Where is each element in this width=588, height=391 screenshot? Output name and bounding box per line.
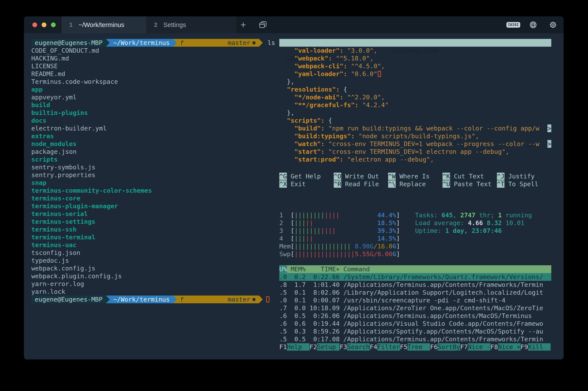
powerline-arrow — [106, 39, 110, 47]
nano-shortcut[interactable]: ^G Get Help — [279, 172, 334, 180]
htop-table-header[interactable]: U% MEM% TIME+ Command — [279, 265, 551, 273]
settings-button[interactable] — [547, 16, 560, 33]
file-item: README.md — [31, 70, 273, 78]
close-button[interactable] — [32, 22, 37, 27]
file-item: electron-builder.yml — [31, 124, 273, 132]
nano-line: "start:prod": "electron app --debug", — [279, 156, 551, 163]
nano-shortcut[interactable]: ^U Paste Text — [442, 180, 497, 188]
htop-fkey-f8[interactable]: F8Nice + — [490, 343, 521, 351]
htop-fkey-f6[interactable]: F6SortBy — [430, 343, 460, 351]
powerline-arrow — [259, 39, 263, 47]
tab-work-terminus[interactable]: 1 ~/Work/terminus — [62, 16, 146, 33]
terminal-content: eugene@Eugenes-MBP ~/Work/terminus maste… — [24, 33, 564, 360]
process-row[interactable]: .7 0.0 10:18.09 /Applications/ZeroTier O… — [279, 304, 551, 312]
prompt-user-segment: eugene@Eugenes-MBP — [31, 295, 106, 303]
nano-title-bar: package.json GNU nano 4.5 — [279, 39, 551, 47]
prompt-git-segment: master — [177, 39, 259, 47]
process-row[interactable]: .5 0.3 8:59.26 /Applications/Spotify.app… — [279, 327, 551, 335]
nano-shortcut[interactable]: ^R Read File — [334, 180, 388, 188]
ls-output: CODE_OF_CONDUCT.mdHACKING.mdLICENSEREADM… — [31, 47, 273, 295]
git-branch-icon — [180, 281, 225, 318]
file-item: appveyor.yml — [31, 93, 273, 101]
htop-info-line: Uptime: 1 day, 23:07:46 — [415, 227, 532, 235]
file-item: yarn.lock — [31, 288, 273, 295]
nano-shortcut[interactable]: ^O Write Out — [334, 172, 388, 180]
file-item: node_modules — [31, 140, 273, 148]
tab-number: 1 — [69, 22, 73, 28]
htop-fkey-f5[interactable]: F5Tree — [400, 343, 430, 351]
htop-tasks-info: Tasks: 645, 2747 thr; 1 runningLoad aver… — [415, 211, 532, 235]
nano-line: "build": "npm run build:typings && webpa… — [279, 124, 551, 132]
terminal-pane-right[interactable]: package.json GNU nano 4.5 "val-loader": … — [279, 39, 551, 351]
powerline-arrow — [259, 295, 263, 303]
shell-selector-button[interactable]: IOIOI — [507, 16, 520, 33]
process-row[interactable]: .5 0.1 8:02.06 /Library/Application Supp… — [279, 289, 551, 296]
process-row[interactable]: .0 0.1 0:00.07 /usr/sbin/screencapture -… — [279, 296, 551, 304]
git-dirty-dot — [252, 41, 256, 44]
htop-fkey-f3[interactable]: F3Search — [340, 343, 370, 351]
nano-shortcuts-row2: ^X Exit^R Read File^\ Replace^U Paste Te… — [279, 180, 551, 188]
file-item: Terminus.code-workspace — [31, 78, 273, 86]
gear-icon — [549, 20, 557, 29]
file-item: webpack.config.js — [31, 264, 273, 272]
file-item: CODE_OF_CONDUCT.md — [31, 47, 273, 54]
file-item: extras — [31, 132, 273, 140]
sort-column-header[interactable]: U% — [279, 266, 287, 273]
duplicate-tab-button[interactable] — [256, 16, 269, 33]
nano-cursor — [378, 71, 381, 77]
prompt-git-segment: master — [177, 295, 259, 303]
zoom-button[interactable] — [51, 22, 56, 27]
shell-prompt-bottom: eugene@Eugenes-MBP ~/Work/terminus maste… — [31, 295, 273, 303]
prompt-user-segment: eugene@Eugenes-MBP — [31, 39, 106, 47]
connections-button[interactable] — [527, 16, 540, 33]
nano-line: }, — [279, 109, 551, 117]
htop-fkey-f2[interactable]: F2Setup — [309, 343, 340, 351]
file-item: terminus-core — [31, 195, 273, 202]
nano-shortcuts-row1: ^G Get Help^O Write Out^W Where Is^K Cut… — [279, 172, 551, 180]
powerline-arrow — [106, 295, 110, 303]
nano-line: "resolutions": { — [279, 86, 551, 93]
nano-line: "*/node-abi": "^2.20.0", — [279, 93, 551, 101]
nano-line: "val-loader": "3.0.0", — [279, 47, 551, 54]
process-row[interactable]: .0 0.2 0:22.66 /System/Library/Framework… — [279, 273, 551, 281]
process-row[interactable]: .6 0.6 0:19.44 /Applications/Visual Stud… — [279, 320, 551, 327]
htop-info-line: Load average: 4.66 8.32 10.01 — [415, 219, 532, 227]
minimize-button[interactable] — [42, 22, 46, 27]
nano-editor-content: "val-loader": "3.0.0", "webpack": "^5.18… — [279, 47, 551, 163]
file-item: build — [31, 101, 273, 109]
process-row[interactable]: .5 0.5 0:17.08 /Applications/Terminus.ap… — [279, 335, 551, 343]
nano-shortcut[interactable]: ^W Where Is — [388, 172, 442, 180]
nano-shortcut[interactable]: ^J Justify — [497, 172, 551, 180]
nano-shortcut[interactable]: ^\ Replace — [388, 180, 442, 188]
tab-title: ~/Work/terminus — [78, 21, 124, 28]
file-item: terminus-ssh — [31, 225, 273, 233]
meter-mem: Mem[|||||||||||||||8.90G/16.0G] — [279, 242, 551, 250]
htop-fkey-f1[interactable]: F1Help — [279, 343, 309, 351]
file-item: terminus-settings — [31, 218, 273, 225]
htop-fkey-f9[interactable]: F9Kill — [521, 343, 551, 351]
new-tab-button[interactable] — [237, 16, 250, 33]
file-item: yarn-error.log — [31, 280, 273, 288]
file-item: terminus-serial — [31, 210, 273, 218]
process-row[interactable]: .8 1.7 1:01.40 /Applications/Terminus.ap… — [279, 281, 551, 289]
git-branch-icon — [180, 24, 225, 61]
terminus-window: 1 ~/Work/terminus 2 Settings IOIOI — [24, 16, 564, 360]
file-item: sentry.properties — [31, 171, 273, 179]
duplicate-window-icon — [259, 20, 267, 29]
file-item: LICENSE — [31, 62, 273, 70]
tab-bar: 1 ~/Work/terminus 2 Settings IOIOI — [24, 16, 564, 33]
file-item: terminus-terminal — [31, 233, 273, 241]
htop-fkey-f4[interactable]: F4Filter — [370, 343, 400, 351]
powerline-arrow — [173, 39, 177, 47]
process-row[interactable]: .6 0.5 0:26.06 /Applications/Terminus.ap… — [279, 312, 551, 320]
terminal-pane-left[interactable]: eugene@Eugenes-MBP ~/Work/terminus maste… — [31, 39, 273, 303]
nano-line: "yaml-loader": "0.6.0" — [279, 70, 551, 78]
nano-line: "webpack-cli": "^4.5.0", — [279, 62, 551, 70]
meter-swp: Swp[||||||||||||||||5.55G/6.00G] — [279, 250, 551, 258]
nano-shortcut[interactable]: ^K Cut Text — [442, 172, 497, 180]
nano-shortcut[interactable]: ^X Exit — [279, 180, 334, 188]
prompt-path-segment: ~/Work/terminus — [110, 39, 173, 47]
nano-line: "watch": "cross-env TERMINUS_DEV=1 webpa… — [279, 140, 551, 148]
nano-shortcut[interactable]: ^T To Spell — [497, 180, 551, 188]
htop-fkey-f7[interactable]: F7Nice - — [460, 343, 490, 351]
